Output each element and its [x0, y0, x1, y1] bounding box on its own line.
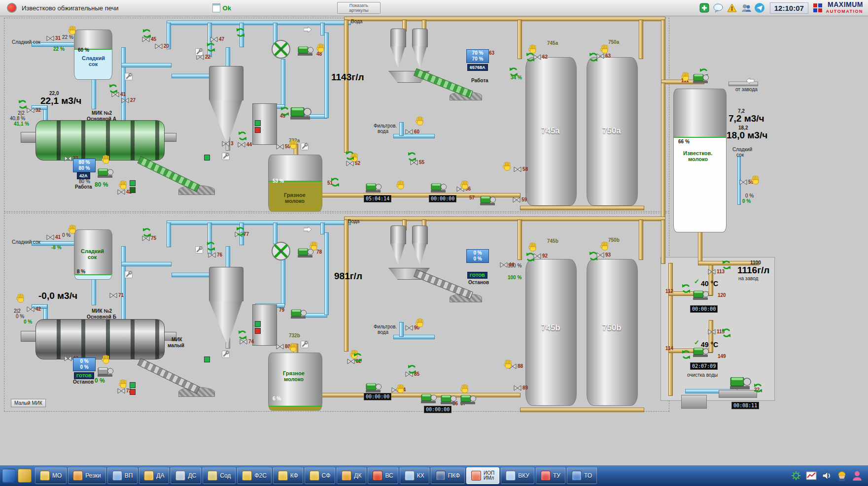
manual-mode-hand-icon[interactable] [460, 180, 470, 190]
pump-stopped[interactable] [97, 365, 113, 377]
manual-mode-hand-icon[interactable] [119, 180, 129, 190]
auto-mode-recycle-icon[interactable] [407, 152, 417, 162]
auto-mode-recycle-icon[interactable] [525, 52, 535, 62]
valve[interactable]: 92 [533, 253, 548, 259]
twin-cyclone-a1-body[interactable] [390, 29, 406, 47]
mill-mik2-b[interactable] [35, 319, 165, 359]
indicator-lights[interactable] [130, 180, 136, 193]
taskbar-item-6[interactable]: Сод [203, 467, 236, 484]
alarm-icon[interactable] [727, 2, 737, 13]
manual-mode-hand-icon[interactable] [600, 44, 610, 54]
indicator-light[interactable] [255, 127, 261, 133]
pump-running[interactable] [297, 246, 313, 258]
auto-mode-recycle-icon[interactable] [142, 227, 152, 237]
taskbar-item-1[interactable]: МО [35, 467, 67, 484]
manual-mode-hand-icon[interactable] [119, 379, 129, 389]
indicator-light[interactable] [130, 382, 136, 388]
small-mik-button[interactable]: Малый МИК [11, 399, 46, 407]
indicator-lights[interactable] [255, 321, 261, 334]
auto-mode-recycle-icon[interactable] [722, 328, 731, 338]
taskbar-item-10[interactable]: ДК [337, 467, 366, 484]
auto-mode-recycle-icon[interactable] [345, 151, 355, 161]
manual-mode-hand-icon[interactable] [681, 72, 691, 82]
indicator-light[interactable] [204, 155, 210, 161]
taskbar-start-icons[interactable] [2, 469, 32, 483]
settings-wrench-icon[interactable] [301, 143, 309, 150]
settings-wrench-icon[interactable] [195, 48, 203, 56]
settings-wrench-icon[interactable] [195, 246, 203, 254]
taskbar-item-13[interactable]: ПКФ [431, 467, 465, 484]
auto-mode-recycle-icon[interactable] [108, 84, 118, 94]
add-icon[interactable] [699, 2, 710, 13]
settings-wrench-icon[interactable] [125, 73, 133, 80]
taskbar-item-7[interactable]: Ф2С [237, 467, 271, 484]
layout-grid-icon[interactable] [813, 3, 822, 12]
valve[interactable]: 41 [46, 234, 61, 240]
twin-cyclone-a2-body[interactable] [412, 29, 428, 47]
valve[interactable]: 76 [208, 252, 222, 258]
indicator-light[interactable] [130, 187, 136, 193]
valve[interactable]: 3 [222, 141, 234, 147]
valve[interactable]: 59 [513, 197, 527, 203]
speaker-icon[interactable] [821, 470, 833, 482]
valve[interactable]: 31 [46, 35, 61, 41]
pump-running[interactable] [365, 181, 382, 193]
taskbar-item-12[interactable]: КХ [400, 467, 429, 484]
manual-mode-hand-icon[interactable] [102, 355, 111, 364]
valve[interactable]: 58 [514, 166, 528, 172]
manual-mode-hand-icon[interactable] [396, 384, 406, 394]
scrubber-fan-a[interactable] [271, 39, 291, 59]
pump-running[interactable] [420, 392, 437, 404]
pump-running[interactable] [430, 181, 447, 193]
manual-mode-hand-icon[interactable] [503, 162, 513, 171]
users-icon[interactable] [740, 2, 751, 13]
auto-mode-recycle-icon[interactable] [722, 260, 731, 270]
settings-wrench-icon[interactable] [125, 271, 133, 278]
auto-mode-recycle-icon[interactable] [681, 284, 691, 293]
valve[interactable]: 42 [27, 306, 41, 312]
pump-running[interactable] [440, 393, 456, 405]
manual-mode-hand-icon[interactable] [416, 116, 425, 126]
auto-mode-recycle-icon[interactable] [236, 28, 245, 37]
manual-mode-hand-icon[interactable] [68, 26, 78, 35]
taskbar-item-3[interactable]: ВП [107, 467, 138, 484]
pump-running[interactable] [692, 72, 709, 84]
taskbar-item-8[interactable]: КФ [273, 467, 303, 484]
pump-running[interactable] [459, 393, 476, 405]
worker-icon[interactable] [836, 470, 848, 482]
valve[interactable]: 32 [27, 107, 41, 113]
indicator-lights[interactable] [255, 120, 261, 133]
auto-mode-recycle-icon[interactable] [407, 364, 417, 374]
manual-mode-hand-icon[interactable] [316, 43, 326, 53]
indicator-light[interactable] [130, 389, 136, 395]
taskbar-item-9[interactable]: СФ [305, 467, 336, 484]
indicator-lights[interactable] [130, 382, 136, 395]
manual-mode-hand-icon[interactable] [396, 180, 406, 190]
auto-mode-recycle-icon[interactable] [330, 177, 340, 187]
cyclone-a-body[interactable] [209, 66, 243, 100]
scrubber-fan-b[interactable] [271, 241, 291, 261]
settings-wrench-icon[interactable] [301, 341, 309, 348]
show-articles-button[interactable]: Показать артикулы [337, 2, 381, 14]
taskbar-item-4[interactable]: ДА [139, 467, 169, 484]
valve[interactable]: 27 [121, 97, 136, 103]
manual-mode-hand-icon[interactable] [68, 225, 78, 234]
manual-mode-hand-icon[interactable] [416, 318, 425, 328]
valve[interactable]: 50 [276, 144, 290, 150]
pump-running[interactable] [479, 194, 496, 206]
auto-mode-recycle-icon[interactable] [509, 67, 519, 77]
auto-mode-recycle-icon[interactable] [238, 131, 247, 141]
pump-running[interactable] [729, 374, 751, 390]
auto-mode-recycle-icon[interactable] [753, 383, 763, 393]
auto-mode-recycle-icon[interactable] [589, 251, 598, 261]
chat-icon[interactable] [713, 2, 724, 13]
auto-mode-recycle-icon[interactable] [681, 350, 691, 359]
auto-mode-recycle-icon[interactable] [18, 99, 28, 109]
indicator-light[interactable] [204, 356, 210, 362]
taskbar-item-15[interactable]: ВКУ [501, 467, 534, 484]
indicator-lights[interactable] [204, 155, 210, 161]
settings-wrench-icon[interactable] [222, 153, 230, 160]
gear-icon[interactable] [790, 470, 802, 482]
cyclone-b-body[interactable] [209, 267, 243, 301]
taskbar-item-5[interactable]: ДС [171, 467, 201, 484]
